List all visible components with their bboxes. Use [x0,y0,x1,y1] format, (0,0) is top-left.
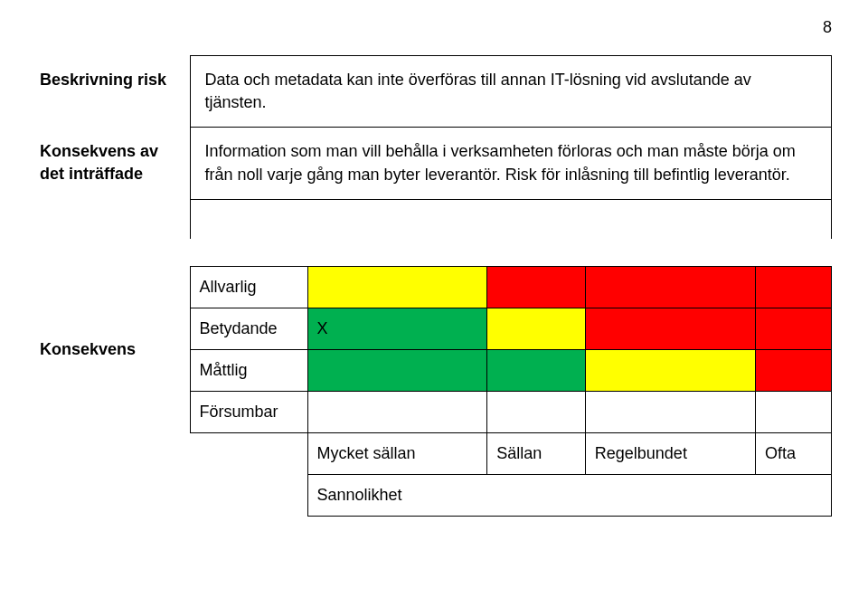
col-header-2: Regelbundet [585,433,755,475]
info-row-2: Konsekvens av det inträffade Information… [36,128,832,199]
info-text-1: Data och metadata kan inte överföras til… [190,56,832,128]
risk-matrix-table: Konsekvens Allvarlig Betydande X Måttlig… [36,266,832,517]
matrix-column-headers: Mycket sällan Sällan Regelbundet Ofta [36,433,832,475]
info-spacer-row [36,199,832,239]
col-header-1: Sällan [487,433,586,475]
cell-0-2 [585,267,755,308]
col-header-0: Mycket sällan [307,433,487,475]
info-label-2: Konsekvens av det inträffade [36,128,190,199]
matrix-bottom-label-row: Sannolikhet [36,475,832,517]
cell-1-0: X [307,308,487,350]
cell-3-0 [307,392,487,433]
page-number: 8 [36,18,832,37]
matrix-left-header: Konsekvens [36,267,190,433]
row-label-betydande: Betydande [190,308,307,350]
cell-1-1 [487,308,586,350]
cell-2-0 [307,350,487,392]
info-label-1: Beskrivning risk [36,56,190,128]
cell-3-2 [585,392,755,433]
sannolikhet-label: Sannolikhet [307,475,832,517]
cell-0-3 [755,267,831,308]
cell-1-3 [755,308,831,350]
col-header-3: Ofta [755,433,831,475]
cell-2-3 [755,350,831,392]
cell-2-2 [585,350,755,392]
row-label-allvarlig: Allvarlig [190,267,307,308]
cell-0-0 [307,267,487,308]
cell-0-1 [487,267,586,308]
matrix-row-allvarlig: Konsekvens Allvarlig [36,267,832,308]
cell-3-3 [755,392,831,433]
cell-3-1 [487,392,586,433]
info-table: Beskrivning risk Data och metadata kan i… [36,55,832,239]
row-label-forsumbar: Försumbar [190,392,307,433]
info-text-2: Information som man vill behålla i verks… [190,128,832,199]
cell-2-1 [487,350,586,392]
cell-1-2 [585,308,755,350]
info-row-1: Beskrivning risk Data och metadata kan i… [36,56,832,128]
row-label-mattlig: Måttlig [190,350,307,392]
